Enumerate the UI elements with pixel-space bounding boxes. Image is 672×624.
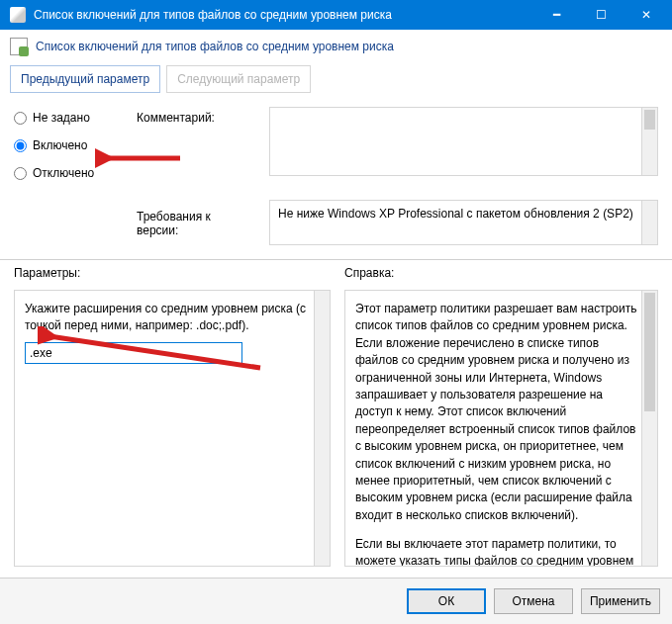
requirements-text: Не ниже Windows XP Professional с пакето… xyxy=(278,207,639,221)
app-icon xyxy=(10,7,26,23)
maximize-button[interactable]: ☐ xyxy=(579,0,624,30)
footer: ОК Отмена Применить xyxy=(0,578,672,624)
nav-row: Предыдущий параметр Следующий параметр xyxy=(0,61,672,103)
requirements-label: Требования к версии: xyxy=(137,200,255,237)
header-title: Список включений для типов файлов со сре… xyxy=(36,40,394,53)
requirements-box: Не ниже Windows XP Professional с пакето… xyxy=(269,200,658,245)
close-button[interactable]: ✕ xyxy=(624,0,668,30)
next-setting-button: Следующий параметр xyxy=(166,65,311,93)
extensions-input[interactable] xyxy=(25,342,242,364)
comment-textarea[interactable] xyxy=(269,107,658,176)
policy-icon xyxy=(10,38,28,55)
help-panel: Этот параметр политики разрешает вам нас… xyxy=(344,290,658,567)
parameters-instructions: Укажите расширения со средним уровнем ри… xyxy=(25,301,312,334)
comment-label: Комментарий: xyxy=(137,111,255,125)
state-radios: Не задано Включено Отключено xyxy=(14,107,123,194)
titlebar: Список включений для типов файлов со сре… xyxy=(0,0,672,30)
radio-disabled[interactable]: Отключено xyxy=(14,166,123,180)
minimize-button[interactable]: ━ xyxy=(534,0,579,30)
help-label: Справка: xyxy=(344,266,658,280)
scrollbar[interactable] xyxy=(641,291,657,566)
scrollbar[interactable] xyxy=(641,108,657,175)
radio-label: Отключено xyxy=(33,166,94,180)
apply-button[interactable]: Применить xyxy=(581,588,660,614)
ok-button[interactable]: ОК xyxy=(407,588,486,614)
radio-label: Включено xyxy=(33,138,87,152)
divider xyxy=(0,259,672,260)
cancel-button[interactable]: Отмена xyxy=(494,588,573,614)
scrollbar[interactable] xyxy=(314,291,330,566)
radio-label: Не задано xyxy=(33,111,90,125)
window-title: Список включений для типов файлов со сре… xyxy=(34,8,534,22)
header: Список включений для типов файлов со сре… xyxy=(0,30,672,61)
prev-setting-button[interactable]: Предыдущий параметр xyxy=(10,65,160,93)
help-text: Этот параметр политики разрешает вам нас… xyxy=(355,301,639,524)
parameters-panel: Укажите расширения со средним уровнем ри… xyxy=(14,290,331,567)
parameters-label: Параметры: xyxy=(14,266,331,280)
radio-not-configured[interactable]: Не задано xyxy=(14,111,123,125)
scrollbar[interactable] xyxy=(641,201,657,244)
help-text: Если вы включаете этот параметр политики… xyxy=(355,536,639,567)
radio-enabled[interactable]: Включено xyxy=(14,138,123,152)
